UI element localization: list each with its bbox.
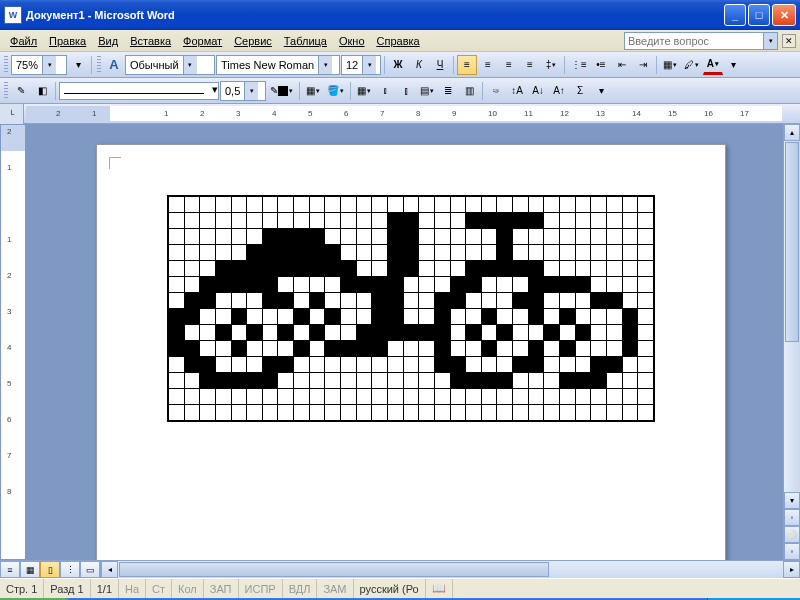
shading-color-button[interactable]: 🪣▾ xyxy=(324,81,347,101)
font-color-button[interactable]: A▾ xyxy=(703,55,723,75)
menu-tools[interactable]: Сервис xyxy=(228,33,278,49)
toolbar-grip[interactable] xyxy=(4,82,8,100)
status-page: Стр. 1 xyxy=(0,579,44,598)
toolbar-grip[interactable] xyxy=(4,56,8,74)
status-at: На xyxy=(119,579,146,598)
borders-button[interactable]: ▦▾ xyxy=(660,55,680,75)
menu-help[interactable]: Справка xyxy=(371,33,426,49)
menu-format[interactable]: Формат xyxy=(177,33,228,49)
sort-descending-button[interactable]: A↑ xyxy=(549,81,569,101)
pixel-art-table[interactable] xyxy=(167,195,655,422)
line-weight-combo[interactable]: 0,5▾ xyxy=(220,81,266,101)
minimize-button[interactable]: _ xyxy=(724,4,746,26)
border-color-button[interactable]: ✎▾ xyxy=(267,81,296,101)
align-right-button[interactable]: ≡ xyxy=(499,55,519,75)
cell-alignment-button[interactable]: ▤▾ xyxy=(417,81,437,101)
browse-object-button[interactable]: ⚪ xyxy=(784,526,800,543)
outline-view-button[interactable]: ⋮ xyxy=(60,561,80,578)
scroll-up-button[interactable]: ▴ xyxy=(784,124,800,141)
web-view-button[interactable]: ▦ xyxy=(20,561,40,578)
menu-table[interactable]: Таблица xyxy=(278,33,333,49)
tables-borders-toolbar: ✎ ◧ ▾ 0,5▾ ✎▾ ▦▾ 🪣▾ ▦▾ ⫾ ⫿ ▤▾ ≣ ▥ ⎃ ↕A A… xyxy=(0,78,800,104)
reading-view-button[interactable]: ▭ xyxy=(80,561,100,578)
view-buttons: ≡ ▦ ▯ ⋮ ▭ xyxy=(0,561,101,578)
close-button[interactable]: ✕ xyxy=(772,4,796,26)
scroll-thumb[interactable] xyxy=(785,142,799,342)
horizontal-ruler[interactable]: 3211234567891011121314151617 xyxy=(26,106,782,121)
menu-file[interactable]: Файл xyxy=(4,33,43,49)
menu-window[interactable]: Окно xyxy=(333,33,371,49)
draw-table-button[interactable]: ✎ xyxy=(11,81,31,101)
align-center-button[interactable]: ≡ xyxy=(478,55,498,75)
status-ovr[interactable]: ЗАМ xyxy=(317,579,353,598)
menu-view[interactable]: Вид xyxy=(92,33,124,49)
line-style-combo[interactable]: ▾ xyxy=(59,82,219,100)
scroll-down-button[interactable]: ▾ xyxy=(784,492,800,509)
change-text-direction-button[interactable]: ↕A xyxy=(507,81,527,101)
line-spacing-button[interactable]: ‡▾ xyxy=(541,55,561,75)
document-area[interactable] xyxy=(26,124,783,560)
autosum-button[interactable]: Σ xyxy=(570,81,590,101)
highlight-button[interactable]: 🖊▾ xyxy=(681,55,702,75)
zoom-combo[interactable]: 75%▾ xyxy=(11,55,67,75)
status-ext[interactable]: ВДЛ xyxy=(283,579,318,598)
page xyxy=(96,144,726,560)
app-icon: W xyxy=(4,6,22,24)
normal-view-button[interactable]: ≡ xyxy=(0,561,20,578)
table-autoformat-button[interactable]: ⎃ xyxy=(486,81,506,101)
style-combo[interactable]: Обычный▾ xyxy=(125,55,215,75)
outside-border-button[interactable]: ▦▾ xyxy=(303,81,323,101)
distribute-rows-button[interactable]: ≣ xyxy=(438,81,458,101)
next-page-button[interactable]: ◦ xyxy=(784,543,800,560)
hscroll-thumb[interactable] xyxy=(119,562,549,577)
formatting-toolbar: 75%▾ ▾ A Обычный▾ Times New Roman▾ 12▾ Ж… xyxy=(0,52,800,78)
vertical-ruler[interactable]: 2112345678 xyxy=(1,125,25,559)
italic-button[interactable]: К xyxy=(409,55,429,75)
numbered-list-button[interactable]: ⋮≡ xyxy=(568,55,590,75)
align-justify-button[interactable]: ≡ xyxy=(520,55,540,75)
font-size-combo[interactable]: 12▾ xyxy=(341,55,381,75)
ask-question-input[interactable] xyxy=(624,32,764,50)
status-spellcheck-icon[interactable]: 📖 xyxy=(426,579,453,598)
status-track[interactable]: ИСПР xyxy=(239,579,283,598)
split-cells-button[interactable]: ⫿ xyxy=(396,81,416,101)
toolbar-overflow[interactable]: ▾ xyxy=(591,81,611,101)
toolbar-overflow[interactable]: ▾ xyxy=(724,55,744,75)
style-icon[interactable]: A xyxy=(104,55,124,75)
status-rec[interactable]: ЗАП xyxy=(204,579,239,598)
menu-insert[interactable]: Вставка xyxy=(124,33,177,49)
menu-edit[interactable]: Правка xyxy=(43,33,92,49)
bulleted-list-button[interactable]: •≡ xyxy=(591,55,611,75)
sort-ascending-button[interactable]: A↓ xyxy=(528,81,548,101)
bold-button[interactable]: Ж xyxy=(388,55,408,75)
window-title: Документ1 - Microsoft Word xyxy=(26,9,724,21)
status-section: Разд 1 xyxy=(44,579,90,598)
status-line: Ст xyxy=(146,579,172,598)
ask-question-dropdown[interactable]: ▾ xyxy=(764,32,778,50)
print-layout-view-button[interactable]: ▯ xyxy=(40,561,60,578)
toolbar-overflow[interactable]: ▾ xyxy=(68,55,88,75)
merge-cells-button[interactable]: ⫾ xyxy=(375,81,395,101)
title-bar: W Документ1 - Microsoft Word _ □ ✕ xyxy=(0,0,800,30)
align-left-button[interactable]: ≡ xyxy=(457,55,477,75)
underline-button[interactable]: Ч xyxy=(430,55,450,75)
increase-indent-button[interactable]: ⇥ xyxy=(633,55,653,75)
eraser-button[interactable]: ◧ xyxy=(32,81,52,101)
font-combo[interactable]: Times New Roman▾ xyxy=(216,55,340,75)
horizontal-ruler-area: └ 3211234567891011121314151617 xyxy=(0,104,800,124)
previous-page-button[interactable]: ◦ xyxy=(784,509,800,526)
work-area: 2112345678 ▴ ▾ ◦ ⚪ ◦ xyxy=(0,124,800,560)
maximize-button[interactable]: □ xyxy=(748,4,770,26)
tab-selector[interactable]: └ xyxy=(0,104,24,124)
horizontal-scrollbar[interactable]: ◂ ▸ xyxy=(101,561,800,578)
ask-question-box[interactable]: ▾ xyxy=(624,32,778,50)
scroll-right-button[interactable]: ▸ xyxy=(783,561,800,578)
status-language[interactable]: русский (Ро xyxy=(354,579,426,598)
toolbar-grip[interactable] xyxy=(97,56,101,74)
vertical-scrollbar[interactable]: ▴ ▾ ◦ ⚪ ◦ xyxy=(783,124,800,560)
distribute-cols-button[interactable]: ▥ xyxy=(459,81,479,101)
decrease-indent-button[interactable]: ⇤ xyxy=(612,55,632,75)
document-close-button[interactable]: ✕ xyxy=(782,34,796,48)
insert-table-button[interactable]: ▦▾ xyxy=(354,81,374,101)
scroll-left-button[interactable]: ◂ xyxy=(101,561,118,578)
